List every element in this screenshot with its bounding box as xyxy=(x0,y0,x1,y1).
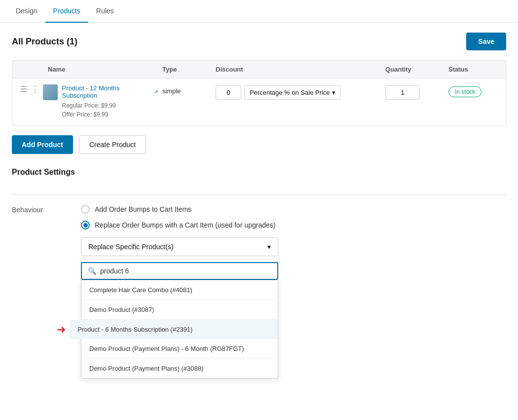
discount-type-select[interactable]: Percentage % on Sale Price ▾ xyxy=(244,85,341,100)
regular-price: Regular Price: $9.99 xyxy=(62,101,158,110)
search-icon: 🔍 xyxy=(88,267,96,275)
settings-row: Behaviour Add Order Bumps to Cart Items … xyxy=(0,205,518,379)
page-title: All Products (1) xyxy=(12,37,77,47)
dropdown-item-1[interactable]: Demo Product (#3087) xyxy=(81,300,278,320)
radio-circle-1 xyxy=(81,205,90,214)
discount-input[interactable] xyxy=(216,85,241,100)
product-meta: Regular Price: $9.99 Offer Price: $9.99 xyxy=(62,101,158,119)
dropdown-item-2[interactable]: Product - 6 Months Subscription (#2391) xyxy=(70,320,278,339)
cell-quantity xyxy=(385,84,444,100)
dropdown-item-4[interactable]: Demo Product (Payment Plans) (#3088) xyxy=(81,359,278,378)
settings-title: Product Settings xyxy=(12,168,506,177)
action-buttons: Add Product Create Product xyxy=(0,125,518,164)
radio-label-2: Replace Order Bumps with a Cart Item (us… xyxy=(95,221,276,229)
dropdown-item-3[interactable]: Demo Product (Payment Plans) - 6 Month (… xyxy=(81,339,278,359)
product-info: Product - 12 Months Subscription ↗ Regul… xyxy=(62,84,158,119)
col-discount: Discount xyxy=(216,66,381,73)
table-header: Name Type Discount Quantity Status xyxy=(12,60,506,78)
row-controls: ☰ ⋮ xyxy=(20,84,39,94)
col-name: Name xyxy=(20,66,158,73)
product-name-link[interactable]: Product - 12 Months Subscription xyxy=(62,84,152,99)
settings-divider xyxy=(12,194,506,195)
dropdown-chevron-icon: ▾ xyxy=(267,243,271,251)
dropdown-item-2-row: ➜ Product - 6 Months Subscription (#2391… xyxy=(81,320,278,339)
status-badge: In stock xyxy=(448,86,481,97)
product-thumbnail xyxy=(43,84,58,100)
drag-icon[interactable]: ☰ xyxy=(20,84,27,94)
create-product-button[interactable]: Create Product xyxy=(79,135,146,154)
dropdown-label: Replace Specific Product(s) xyxy=(88,243,174,251)
tab-products[interactable]: Products xyxy=(45,0,88,23)
settings-content: Add Order Bumps to Cart Items Replace Or… xyxy=(81,205,506,379)
tab-design[interactable]: Design xyxy=(8,0,45,23)
search-input-wrapper: 🔍 xyxy=(81,262,278,280)
tabs-bar: Design Products Rules xyxy=(0,0,518,23)
radio-add-order-bumps[interactable]: Add Order Bumps to Cart Items xyxy=(81,205,506,214)
search-input[interactable] xyxy=(100,267,271,275)
product-settings-section: Product Settings xyxy=(0,164,518,194)
col-status: Status xyxy=(448,66,498,73)
dropdown-item-0[interactable]: Complete Hair Care Combo (#4081) xyxy=(81,280,278,300)
radio-circle-2 xyxy=(81,221,90,229)
col-type: Type xyxy=(162,66,212,73)
dropdown-list: Complete Hair Care Combo (#4081) Demo Pr… xyxy=(81,280,278,379)
radio-group: Add Order Bumps to Cart Items Replace Or… xyxy=(81,205,506,229)
save-button[interactable]: Save xyxy=(466,33,506,50)
external-link-icon[interactable]: ↗ xyxy=(154,89,158,95)
cell-discount: Percentage % on Sale Price ▾ xyxy=(216,84,381,100)
more-icon[interactable]: ⋮ xyxy=(31,84,39,94)
radio-replace-order-bumps[interactable]: Replace Order Bumps with a Cart Item (us… xyxy=(81,221,506,229)
tab-rules[interactable]: Rules xyxy=(88,0,122,23)
cell-type: simple xyxy=(162,84,212,95)
cell-status: In stock xyxy=(448,84,498,97)
discount-chevron-icon: ▾ xyxy=(332,89,335,96)
cell-name: ☰ ⋮ Product - 12 Months Subscription ↗ R… xyxy=(20,84,158,119)
quantity-input[interactable] xyxy=(385,85,420,100)
arrow-indicator: ➜ xyxy=(57,323,66,336)
add-product-button[interactable]: Add Product xyxy=(12,135,73,154)
page-header: All Products (1) Save xyxy=(0,23,518,60)
replace-product-dropdown[interactable]: Replace Specific Product(s) ▾ xyxy=(81,237,278,256)
radio-label-1: Add Order Bumps to Cart Items xyxy=(95,205,191,213)
table-row: ☰ ⋮ Product - 12 Months Subscription ↗ R… xyxy=(12,78,506,125)
col-quantity: Quantity xyxy=(385,66,444,73)
offer-price: Offer Price: $9.99 xyxy=(62,110,158,119)
search-container: 🔍 Complete Hair Care Combo (#4081) Demo … xyxy=(81,262,278,379)
behaviour-label: Behaviour xyxy=(12,205,61,379)
products-table: Name Type Discount Quantity Status ☰ ⋮ P… xyxy=(0,60,518,125)
discount-type-label: Percentage % on Sale Price xyxy=(250,89,330,96)
